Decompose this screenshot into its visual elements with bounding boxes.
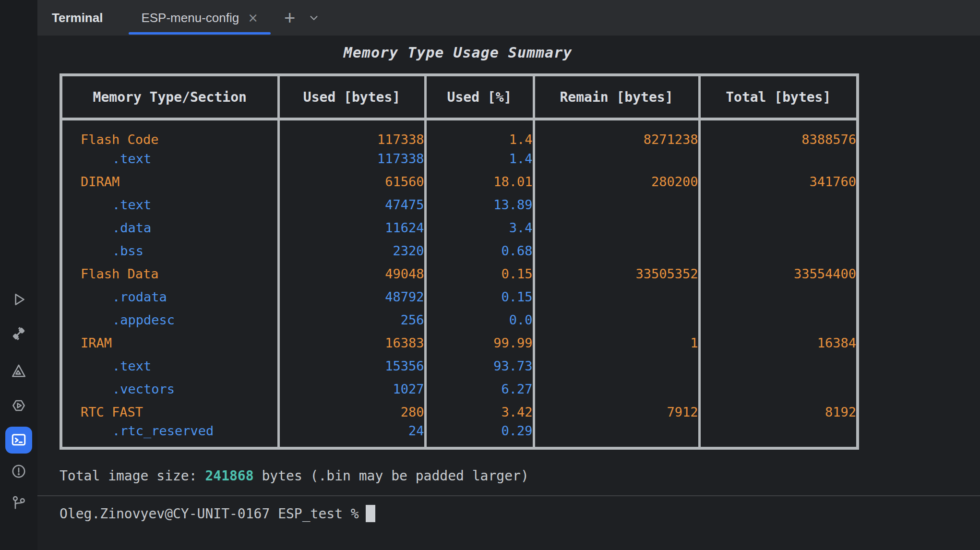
- cell-section: .data: [61, 216, 278, 239]
- cell-used-pct: 0.0: [425, 308, 534, 331]
- col-header-remain-bytes: Remain [bytes]: [534, 75, 699, 119]
- table-row: .rtc_reserved 24 0.29: [61, 423, 858, 448]
- table-row: DIRAM 61560 18.01 280200 341760: [61, 170, 858, 193]
- col-header-total-bytes: Total [bytes]: [699, 75, 858, 119]
- table-row: .text 15356 93.73: [61, 354, 858, 377]
- cell-section: IRAM: [61, 331, 278, 354]
- terminal-output: Memory Type Usage Summary Memory Type/Se…: [37, 36, 980, 550]
- run-icon[interactable]: [9, 290, 28, 309]
- cell-remain-bytes: [534, 216, 699, 239]
- cell-used-bytes: 117338: [278, 147, 425, 170]
- cell-remain-bytes: [534, 285, 699, 308]
- cell-section: .text: [61, 193, 278, 216]
- table-row: .text 47475 13.89: [61, 193, 858, 216]
- terminal-icon[interactable]: [5, 427, 32, 454]
- cell-total-bytes: [699, 285, 858, 308]
- table-row: .text 117338 1.4: [61, 147, 858, 170]
- main-area: Terminal ESP-menu-config × + Memory Type…: [37, 0, 980, 550]
- chevron-down-icon[interactable]: [306, 10, 322, 26]
- cell-used-pct: 0.15: [425, 262, 534, 285]
- cell-used-bytes: 48792: [278, 285, 425, 308]
- table-row: .vectors 1027 6.27: [61, 377, 858, 400]
- cell-remain-bytes: [534, 423, 699, 448]
- cell-total-bytes: [699, 423, 858, 448]
- summary-size-value: 241868: [205, 468, 253, 484]
- cell-used-pct: 6.27: [425, 377, 534, 400]
- cell-section: DIRAM: [61, 170, 278, 193]
- cell-section: Flash Code: [61, 119, 278, 147]
- cell-used-bytes: 1027: [278, 377, 425, 400]
- table-body: Flash Code 117338 1.4 8271238 8388576 .t…: [61, 119, 858, 448]
- table-row: .data 11624 3.4: [61, 216, 858, 239]
- cell-section: Flash Data: [61, 262, 278, 285]
- tool-window-title: Terminal: [52, 11, 103, 25]
- table-row: .appdesc 256 0.0: [61, 308, 858, 331]
- cell-remain-bytes: 1: [534, 331, 699, 354]
- cell-used-pct: 18.01: [425, 170, 534, 193]
- cell-used-pct: 0.29: [425, 423, 534, 448]
- cell-remain-bytes: [534, 147, 699, 170]
- col-header-used-bytes: Used [bytes]: [278, 75, 425, 119]
- cell-total-bytes: [699, 377, 858, 400]
- cell-section: .rodata: [61, 285, 278, 308]
- table-row: .rodata 48792 0.15: [61, 285, 858, 308]
- summary-prefix: Total image size:: [60, 468, 205, 484]
- cell-remain-bytes: [534, 377, 699, 400]
- tab-esp-menu-config[interactable]: ESP-menu-config ×: [129, 0, 271, 36]
- cell-section: RTC FAST: [61, 400, 278, 423]
- cell-remain-bytes: 33505352: [534, 262, 699, 285]
- cell-remain-bytes: 280200: [534, 170, 699, 193]
- cell-used-bytes: 47475: [278, 193, 425, 216]
- cell-section: .text: [61, 147, 278, 170]
- cell-remain-bytes: [534, 354, 699, 377]
- cell-section: .rtc_reserved: [61, 423, 278, 448]
- memory-summary-title: Memory Type Usage Summary: [60, 44, 856, 61]
- cell-used-pct: 0.68: [425, 239, 534, 262]
- table-row: Flash Code 117338 1.4 8271238 8388576: [61, 119, 858, 147]
- cell-total-bytes: [699, 308, 858, 331]
- cell-total-bytes: 341760: [699, 170, 858, 193]
- memory-usage-table: Memory Type/Section Used [bytes] Used [%…: [60, 73, 859, 450]
- cell-section: .bss: [61, 239, 278, 262]
- terminal-cursor: [366, 505, 375, 522]
- col-header-used-pct: Used [%]: [425, 75, 534, 119]
- new-tab-button[interactable]: +: [280, 8, 299, 27]
- plugin-icon[interactable]: [9, 324, 28, 343]
- cell-total-bytes: 33554400: [699, 262, 858, 285]
- profiler-icon[interactable]: [9, 361, 28, 381]
- close-icon[interactable]: ×: [248, 12, 258, 24]
- cell-total-bytes: [699, 193, 858, 216]
- cell-used-bytes: 256: [278, 308, 425, 331]
- services-icon[interactable]: [9, 396, 28, 415]
- cell-section: .vectors: [61, 377, 278, 400]
- cell-used-bytes: 117338: [278, 119, 425, 147]
- table-row: IRAM 16383 99.99 1 16384: [61, 331, 858, 354]
- cell-used-pct: 1.4: [425, 119, 534, 147]
- cell-used-bytes: 16383: [278, 331, 425, 354]
- summary-suffix: bytes (.bin may be padded larger): [254, 468, 529, 484]
- shell-prompt-text: Oleg.Zinovyev@CY-UNIT-0167 ESP_test %: [60, 506, 359, 522]
- cell-total-bytes: 16384: [699, 331, 858, 354]
- cell-used-pct: 13.89: [425, 193, 534, 216]
- cell-used-pct: 93.73: [425, 354, 534, 377]
- cell-section: .text: [61, 354, 278, 377]
- table-header: Memory Type/Section Used [bytes] Used [%…: [61, 75, 858, 119]
- cell-remain-bytes: [534, 308, 699, 331]
- cell-total-bytes: [699, 239, 858, 262]
- cell-used-bytes: 24: [278, 423, 425, 448]
- cell-used-pct: 1.4: [425, 147, 534, 170]
- table-row: .bss 2320 0.68: [61, 239, 858, 262]
- tab-label: ESP-menu-config: [141, 11, 239, 25]
- cell-total-bytes: [699, 216, 858, 239]
- cell-remain-bytes: [534, 239, 699, 262]
- total-image-size-line: Total image size: 241868 bytes (.bin may…: [60, 468, 980, 484]
- cell-used-pct: 3.4: [425, 216, 534, 239]
- cell-used-bytes: 15356: [278, 354, 425, 377]
- cell-used-pct: 3.42: [425, 400, 534, 423]
- col-header-section: Memory Type/Section: [61, 75, 278, 119]
- terminal-tabbar: Terminal ESP-menu-config × +: [37, 0, 980, 36]
- problems-icon[interactable]: [9, 462, 28, 481]
- table-row: Flash Data 49048 0.15 33505352 33554400: [61, 262, 858, 285]
- shell-prompt-line[interactable]: Oleg.Zinovyev@CY-UNIT-0167 ESP_test %: [60, 505, 980, 522]
- version-control-icon[interactable]: [9, 493, 28, 513]
